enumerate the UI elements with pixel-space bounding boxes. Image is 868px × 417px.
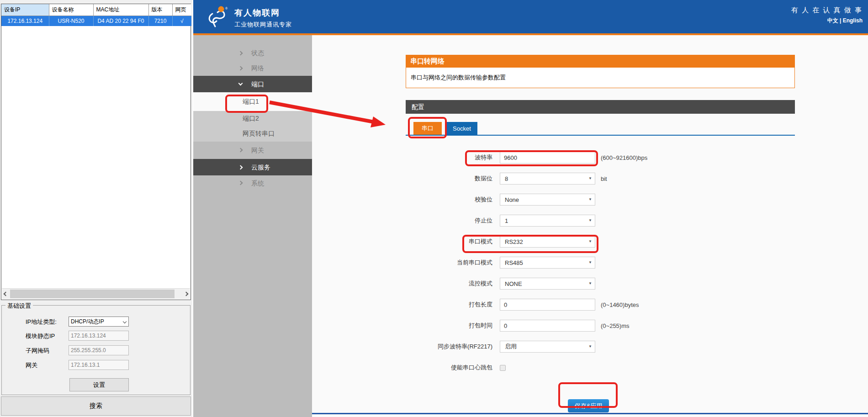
dropdown-arrow-icon: ▼ <box>588 218 592 222</box>
data-bits-label: 数据位 <box>406 174 492 183</box>
dropdown-arrow-icon: ▼ <box>588 281 592 285</box>
packet-time-label: 打包时间 <box>406 322 492 330</box>
tab-socket[interactable]: Socket <box>446 122 477 135</box>
gateway-field[interactable] <box>69 360 129 370</box>
device-table-header-row: 设备IP 设备名称 MAC地址 版本 网页 <box>1 4 191 16</box>
section-header-config: 配置 <box>406 100 795 114</box>
tab-serial[interactable]: 串口 <box>413 122 442 135</box>
current-serial-mode-select[interactable]: RS485▼ <box>500 257 595 269</box>
sidebar-item-port1[interactable]: 端口1 <box>193 92 312 111</box>
web-config-page: ® 有人物联网 工业物联网通讯专家 有 人 在 认 真 做 事 中文 | Eng… <box>193 0 868 417</box>
baud-rate-label: 波特率 <box>406 153 492 162</box>
basic-settings-title: 基础设置 <box>5 302 33 310</box>
dropdown-arrow-icon: ▼ <box>588 239 592 243</box>
horizontal-scrollbar[interactable] <box>2 288 190 299</box>
flow-control-label: 流控模式 <box>406 280 492 288</box>
sidebar-item-cloud[interactable]: 云服务 <box>193 159 312 175</box>
ip-type-select[interactable]: DHCP/动态IP <box>69 317 129 327</box>
serial-heartbeat-checkbox[interactable] <box>500 365 506 371</box>
cell-device-ip[interactable]: 172.16.13.124 <box>1 16 49 26</box>
svg-text:®: ® <box>225 7 228 10</box>
col-header-web[interactable]: 网页 <box>172 4 191 16</box>
packet-time-input[interactable] <box>500 320 595 332</box>
tab-bar: 串口 Socket <box>406 122 795 136</box>
serial-heartbeat-label: 使能串口心跳包 <box>406 364 492 372</box>
col-header-mac[interactable]: MAC地址 <box>93 4 148 16</box>
col-header-device-name[interactable]: 设备名称 <box>49 4 93 16</box>
sidebar-item-status[interactable]: 状态 <box>193 46 312 61</box>
scrollbar-thumb[interactable] <box>10 290 175 298</box>
data-bits-hint: bit <box>601 175 607 182</box>
sidebar-item-port2[interactable]: 端口2 <box>193 111 312 126</box>
packet-length-input[interactable] <box>500 299 595 311</box>
serial-mode-label: 串口模式 <box>406 238 492 246</box>
device-table: 设备IP 设备名称 MAC地址 版本 网页 172.16.13.124 USR-… <box>1 4 191 26</box>
table-row[interactable]: 172.16.13.124 USR-N520 D4 AD 20 22 94 F0… <box>1 16 191 26</box>
main-content: 串口转网络 串口与网络之间的数据传输参数配置 配置 串口 Socket 波特率 … <box>312 35 868 417</box>
chevron-right-icon <box>238 66 243 71</box>
packet-length-hint: (0~1460)bytes <box>601 301 639 308</box>
chevron-right-icon <box>238 165 243 170</box>
baud-rate-input[interactable] <box>500 152 595 164</box>
dropdown-arrow-icon: ▼ <box>588 197 592 201</box>
language-switch[interactable]: 中文 | English <box>827 17 863 25</box>
device-list: 设备IP 设备名称 MAC地址 版本 网页 172.16.13.124 USR-… <box>1 4 191 300</box>
chevron-right-icon <box>184 292 189 296</box>
brand-title: 有人物联网 <box>234 7 292 18</box>
subnet-mask-label: 子网掩码 <box>26 347 49 355</box>
save-apply-button[interactable]: 保存&应用 <box>568 399 609 412</box>
sidebar-item-web-to-serial[interactable]: 网页转串口 <box>193 126 312 142</box>
sidebar-item-network[interactable]: 网络 <box>193 61 312 76</box>
web-sidebar: 状态 网络 端口 端口1 端口2 网页转串口 网关 云服务 系统 <box>193 35 312 417</box>
scroll-left-button[interactable] <box>2 289 10 299</box>
cell-mac[interactable]: D4 AD 20 22 94 F0 <box>93 16 148 26</box>
web-header: ® 有人物联网 工业物联网通讯专家 有 人 在 认 真 做 事 中文 | Eng… <box>193 0 868 35</box>
cell-version[interactable]: 7210 <box>148 16 172 26</box>
dropdown-arrow-icon: ▼ <box>588 176 592 180</box>
ip-type-label: IP地址类型: <box>26 318 57 326</box>
static-ip-field[interactable] <box>69 331 129 341</box>
basic-settings-group: 基础设置 IP地址类型: DHCP/动态IP 模块静态IP 子网掩码 网关 <box>1 305 191 395</box>
chevron-right-icon <box>238 148 243 153</box>
chevron-down-icon <box>238 81 243 86</box>
sidebar-item-port[interactable]: 端口 <box>193 76 312 92</box>
stop-bits-select[interactable]: 1▼ <box>500 215 595 227</box>
cell-web-check[interactable]: √ <box>172 16 191 26</box>
serial-mode-select[interactable]: RS232▼ <box>500 236 595 248</box>
ip-type-value: DHCP/动态IP <box>71 318 104 325</box>
col-header-version[interactable]: 版本 <box>148 4 172 16</box>
page-title: 串口转网络 <box>406 55 795 68</box>
cell-device-name[interactable]: USR-N520 <box>49 16 93 26</box>
current-serial-mode-label: 当前串口模式 <box>406 259 492 267</box>
search-button[interactable]: 搜索 <box>1 396 191 416</box>
brand-subtitle: 工业物联网通讯专家 <box>234 21 292 29</box>
packet-length-label: 打包长度 <box>406 301 492 309</box>
sync-baud-rate-select[interactable]: 启用▼ <box>500 341 595 353</box>
footer-divider <box>312 413 868 414</box>
usr-logo-icon: ® <box>207 5 229 30</box>
scroll-right-button[interactable] <box>182 289 190 299</box>
chevron-left-icon <box>4 292 8 296</box>
chevron-down-icon <box>123 320 127 323</box>
dropdown-arrow-icon: ▼ <box>588 260 592 264</box>
parity-select[interactable]: None▼ <box>500 194 595 206</box>
flow-control-select[interactable]: NONE▼ <box>500 278 595 290</box>
chevron-right-icon <box>238 181 243 185</box>
header-slogan: 有 人 在 认 真 做 事 <box>791 6 863 15</box>
page-subtitle: 串口与网络之间的数据传输参数配置 <box>406 68 795 88</box>
set-button[interactable]: 设置 <box>69 378 129 391</box>
data-bits-select[interactable]: 8▼ <box>500 173 595 185</box>
stop-bits-label: 停止位 <box>406 216 492 225</box>
dropdown-arrow-icon: ▼ <box>588 344 592 348</box>
serial-settings-form: 波特率 (600~921600)bps 数据位 8▼ bit 校验位 None▼… <box>406 152 795 374</box>
parity-label: 校验位 <box>406 195 492 204</box>
chevron-right-icon <box>238 51 243 56</box>
subnet-mask-field[interactable] <box>69 345 129 355</box>
sidebar-item-gateway[interactable]: 网关 <box>193 142 312 159</box>
sidebar-item-system[interactable]: 系统 <box>193 175 312 191</box>
gateway-label: 网关 <box>26 361 37 369</box>
col-header-device-ip[interactable]: 设备IP <box>1 4 49 16</box>
static-ip-label: 模块静态IP <box>26 332 55 340</box>
device-tool-panel: 设备IP 设备名称 MAC地址 版本 网页 172.16.13.124 USR-… <box>0 0 192 417</box>
baud-rate-hint: (600~921600)bps <box>601 154 647 161</box>
